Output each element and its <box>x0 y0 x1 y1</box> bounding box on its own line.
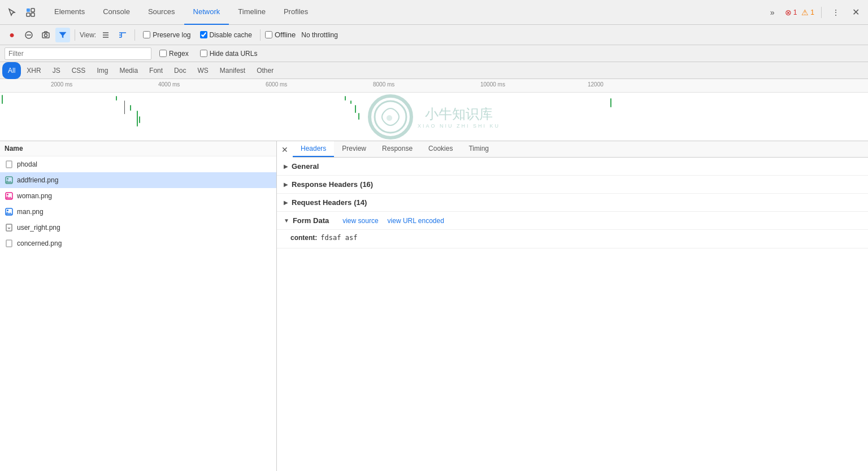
file-row[interactable]: concerned.png <box>0 236 276 251</box>
tick-2000: 2000 ms <box>51 81 72 88</box>
view-source-link[interactable]: view source <box>342 217 378 225</box>
record-button[interactable]: ● <box>5 28 19 42</box>
regex-label[interactable]: Regex <box>169 50 189 58</box>
error-badge: ⊗ 1 <box>785 8 797 17</box>
hide-data-urls-label[interactable]: Hide data URLs <box>210 50 258 58</box>
regex-group: Regex <box>159 50 189 58</box>
cursor-icon[interactable] <box>5 5 20 20</box>
hide-data-urls-checkbox[interactable] <box>200 50 207 57</box>
filter-input[interactable] <box>5 47 151 60</box>
tick-6000: 6000 ms <box>266 81 287 88</box>
type-filter-js[interactable]: JS <box>47 62 66 79</box>
tab-sources[interactable]: Sources <box>139 0 184 25</box>
svg-point-24 <box>7 210 8 211</box>
file-row[interactable]: woman.png <box>0 188 276 204</box>
panel-close-button[interactable]: ✕ <box>277 142 293 158</box>
offline-label[interactable]: Offline <box>275 30 296 39</box>
type-filter-css[interactable]: CSS <box>66 62 92 79</box>
preserve-log-checkbox[interactable] <box>143 31 150 38</box>
regex-checkbox[interactable] <box>159 50 167 57</box>
tab-network[interactable]: Network <box>184 0 229 25</box>
view-url-encoded-link[interactable]: view URL encoded <box>388 217 444 225</box>
file-icon-doc-arrow <box>5 223 14 232</box>
svg-rect-1 <box>31 8 34 12</box>
tab-console[interactable]: Console <box>94 0 139 25</box>
type-filter-font[interactable]: Font <box>144 62 168 79</box>
file-row[interactable]: user_right.png <box>0 220 276 236</box>
preserve-log-label[interactable]: Preserve log <box>153 31 190 39</box>
panel-tab-headers[interactable]: Headers <box>293 141 334 157</box>
throttling-selector[interactable]: No throttling <box>298 31 341 39</box>
timeline-chart: 小牛知识库 XIAO NIU ZHI SHI KU <box>0 93 868 141</box>
svg-rect-25 <box>6 224 12 231</box>
type-filter-all[interactable]: All <box>2 62 21 79</box>
svg-rect-18 <box>6 161 12 168</box>
panel-tab-cookies[interactable]: Cookies <box>420 141 461 157</box>
menu-button[interactable]: ⋮ <box>828 5 843 20</box>
list-view-button[interactable] <box>98 28 113 42</box>
general-section-header[interactable]: ▶ General <box>277 158 868 176</box>
disable-cache-label[interactable]: Disable cache <box>210 31 252 39</box>
file-name: addfriend.png <box>17 176 58 184</box>
form-data-section-header[interactable]: ▼ Form Data view source view URL encoded <box>277 212 868 230</box>
file-row[interactable]: addfriend.png <box>0 172 276 188</box>
warn-badge: ⚠ 1 <box>801 8 814 17</box>
detail-panel: ✕ HeadersPreviewResponseCookiesTiming ▶ … <box>277 141 868 471</box>
close-devtools-button[interactable]: ✕ <box>848 5 863 20</box>
panel-tab-preview[interactable]: Preview <box>334 141 374 157</box>
svg-rect-2 <box>27 13 30 16</box>
type-filter-manifest[interactable]: Manifest <box>214 62 251 79</box>
form-data-field-0: content: fdsaf asf <box>290 232 861 243</box>
tab-timeline[interactable]: Timeline <box>229 0 275 25</box>
file-row[interactable]: phodal <box>0 156 276 172</box>
general-arrow: ▶ <box>284 163 288 169</box>
tab-bar: Elements Console Sources Network Timelin… <box>0 0 868 25</box>
tree-view-button[interactable] <box>115 28 130 42</box>
tick-8000: 8000 ms <box>373 81 394 88</box>
form-data-content: content: fdsaf asf <box>277 230 868 248</box>
panel-tab-response[interactable]: Response <box>374 141 420 157</box>
warn-count: 1 <box>810 8 814 16</box>
tab-profiles[interactable]: Profiles <box>275 0 317 25</box>
file-name: concerned.png <box>17 239 62 247</box>
toolbar-separator <box>75 29 75 41</box>
file-icon-doc <box>5 239 14 248</box>
inspector-icon[interactable] <box>23 5 38 20</box>
panel-tabs: HeadersPreviewResponseCookiesTiming <box>293 141 868 158</box>
warn-icon: ⚠ <box>801 8 809 17</box>
more-tabs-button[interactable]: » <box>765 5 780 20</box>
type-filter-media[interactable]: Media <box>114 62 144 79</box>
timeline-ruler: 2000 ms 4000 ms 6000 ms 8000 ms 10000 ms… <box>0 79 868 93</box>
type-filter-xhr[interactable]: XHR <box>21 62 46 79</box>
response-headers-section-header[interactable]: ▶ Response Headers (16) <box>277 176 868 194</box>
filter-button[interactable] <box>55 28 70 42</box>
type-filter-doc[interactable]: Doc <box>168 62 192 79</box>
toolbar-separator-2 <box>134 29 135 41</box>
camera-button[interactable] <box>38 28 53 42</box>
file-list-header: Name <box>0 141 276 156</box>
form-data-arrow: ▼ <box>284 217 289 224</box>
clear-button[interactable] <box>21 28 36 42</box>
request-headers-title: Request Headers <box>292 198 351 207</box>
file-row[interactable]: man.png <box>0 204 276 220</box>
watermark-circle <box>368 94 413 139</box>
request-headers-section-header[interactable]: ▶ Request Headers (14) <box>277 194 868 212</box>
type-filter-other[interactable]: Other <box>251 62 279 79</box>
svg-point-20 <box>7 178 8 180</box>
form-key-content: content: <box>290 234 317 242</box>
file-name: user_right.png <box>17 224 60 232</box>
disable-cache-checkbox[interactable] <box>200 31 207 38</box>
hide-data-urls-group: Hide data URLs <box>200 50 258 58</box>
svg-rect-3 <box>31 13 34 16</box>
tab-elements[interactable]: Elements <box>45 0 94 25</box>
type-filter-img[interactable]: Img <box>91 62 114 79</box>
timeline-area: 2000 ms 4000 ms 6000 ms 8000 ms 10000 ms… <box>0 79 868 141</box>
disable-cache-group: Disable cache <box>200 31 252 39</box>
svg-rect-26 <box>6 240 12 247</box>
file-icon-doc <box>5 160 14 169</box>
panel-tab-timing[interactable]: Timing <box>461 141 497 157</box>
response-headers-title: Response Headers <box>292 180 358 189</box>
type-filter-ws[interactable]: WS <box>192 62 214 79</box>
offline-checkbox[interactable] <box>265 31 272 38</box>
response-headers-arrow: ▶ <box>284 181 288 187</box>
